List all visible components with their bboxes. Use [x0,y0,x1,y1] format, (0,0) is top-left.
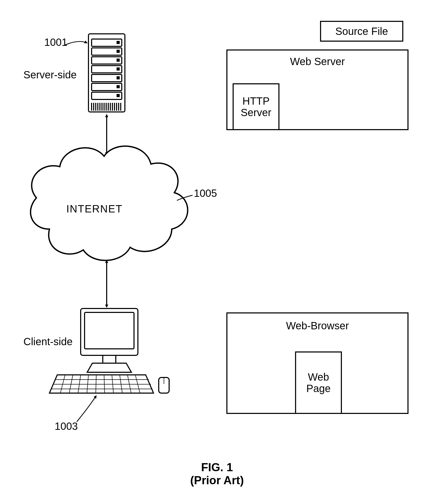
internet-label: INTERNET [66,203,123,215]
web-page-box: Web Page [295,351,342,414]
svg-line-38 [60,375,65,393]
svg-rect-1 [92,39,122,46]
svg-line-45 [120,375,122,393]
svg-rect-8 [117,41,120,44]
svg-rect-14 [117,94,120,97]
svg-line-47 [135,375,140,393]
web-browser-label: Web-Browser [227,320,407,332]
client-side-label: Client-side [23,336,73,348]
svg-rect-48 [159,377,169,393]
web-server-box: Web Server HTTP Server [226,49,409,130]
svg-line-42 [96,375,96,393]
figure-title: FIG. 1 (Prior Art) [0,461,434,487]
svg-rect-13 [117,85,120,88]
source-file-label: Source File [335,26,388,37]
server-side-label: Server-side [23,69,77,81]
svg-line-44 [112,375,113,393]
web-server-label: Web Server [227,56,407,67]
svg-rect-0 [88,34,125,112]
web-page-label: Web Page [306,371,330,394]
svg-rect-10 [117,59,120,62]
svg-rect-6 [92,83,122,91]
svg-line-39 [69,375,73,393]
svg-rect-12 [117,76,120,79]
ref-1005-label: 1005 [194,187,217,199]
web-browser-box: Web-Browser Web Page [226,312,409,414]
svg-rect-4 [92,66,122,73]
svg-line-40 [78,375,81,393]
svg-rect-2 [92,48,122,55]
http-server-box: HTTP Server [233,83,279,130]
svg-line-43 [104,375,105,393]
http-server-label: HTTP Server [241,95,271,118]
ref-1001-label: 1001 [44,36,67,48]
svg-rect-7 [92,92,122,99]
server-rack-icon [88,34,125,112]
svg-rect-11 [117,67,120,71]
svg-rect-32 [81,308,138,355]
svg-line-46 [127,375,131,393]
svg-rect-34 [103,355,116,363]
source-file-box: Source File [320,21,403,42]
svg-rect-3 [92,57,122,64]
client-pc-icon [49,308,169,393]
svg-line-41 [87,375,88,393]
svg-rect-5 [92,74,122,82]
svg-rect-33 [85,312,134,349]
svg-rect-9 [117,50,120,53]
diagram-canvas: 1001 Server-side INTERNET 1005 Client-si… [0,0,434,504]
ref-1003-label: 1003 [55,420,78,432]
